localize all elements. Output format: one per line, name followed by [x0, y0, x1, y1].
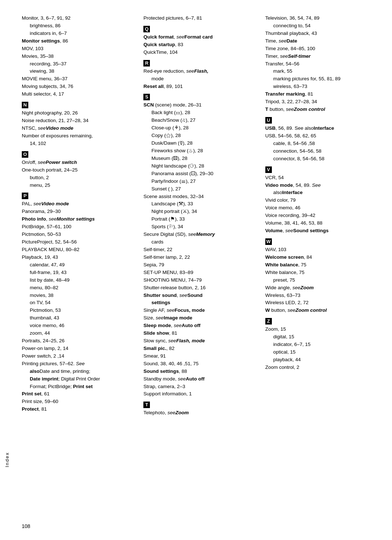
- entry-wireless-63: wireless, 63–73: [265, 83, 374, 90]
- section-o: O: [22, 149, 130, 159]
- entry-transfer-marking: Transfer marking, 81: [265, 90, 374, 98]
- entry-pictureproject: PictureProject, 52, 54–56: [22, 238, 130, 246]
- entry-vcr: VCR, 54: [265, 174, 374, 182]
- entry-slide-show: Slide show, 81: [143, 330, 252, 337]
- entry-standby: Standby mode, seeAuto off: [143, 375, 252, 383]
- entry-marking-pictures: marking pictures for, 55, 81, 89: [265, 75, 374, 83]
- entry-fireworks-show: Fireworks show (♨), 28: [143, 147, 252, 155]
- entry-video-mode: Video mode, 54, 89. See: [265, 182, 374, 189]
- entry-vivid-color: Vivid color, 79: [265, 197, 374, 204]
- entry-voice-memo-46: Voice memo, 46: [265, 204, 374, 212]
- entry-voice-recording: Voice recording, 39–42: [265, 212, 374, 219]
- entry-shooting-menu: SHOOTING MENU, 74–79: [143, 277, 252, 284]
- section-w: W: [265, 237, 374, 246]
- entry-sunset: Sunset ( ), 27: [143, 185, 252, 193]
- entry-on-tv: on TV, 54: [22, 299, 130, 307]
- entry-ntsc: NTSC, seeVideo mode: [22, 125, 130, 132]
- entry-size: Size, seeImage mode: [143, 314, 252, 322]
- entry-button-2: button, 2: [22, 174, 130, 182]
- entry-landscape: Landscape (⚒), 33: [143, 200, 252, 208]
- entry-strap: Strap, camera, 2–3: [143, 383, 252, 391]
- entry-also-interface: alsoInterface: [265, 189, 374, 197]
- entry-red-eye-mode: mode: [143, 75, 252, 83]
- entry-viewing: viewing, 38: [22, 68, 130, 75]
- entry-protect: Protect, 81: [22, 406, 130, 413]
- entry-back-light: Back light (⚏), 28: [143, 109, 252, 117]
- entry-timer: Timer, seeSelf-timer: [265, 53, 374, 60]
- entry-small-pic: Small pic., 82: [143, 345, 252, 352]
- entry-night-photography: Night photography, 20, 26: [22, 109, 130, 117]
- entry-connection: connection, 54–56, 58: [265, 148, 374, 155]
- entry-self-timer-lamp: Self-timer lamp, 2, 22: [143, 254, 252, 261]
- entry-white-balance-bold: White balance, 75: [265, 261, 374, 269]
- column-1: Monitor, 3, 6–7, 91, 92 brightness, 86 i…: [22, 15, 137, 417]
- entry-digital: digital, 15: [265, 333, 374, 341]
- entry-zoom: Zoom, 15: [265, 326, 374, 333]
- entry-power-switch: Power switch, 2 ,14: [22, 352, 130, 360]
- entry-shutter-sound: Shutter sound, seeSound: [143, 292, 252, 299]
- index-columns: Monitor, 3, 6–7, 91, 92 brightness, 86 i…: [22, 15, 374, 417]
- entry-brightness: brightness, 86: [22, 22, 130, 30]
- entry-indicator: indicator, 6–7, 15: [265, 341, 374, 348]
- entry-mark: mark, 55: [265, 68, 374, 75]
- entry-set-up-menu: SET-UP MENU, 83–89: [143, 269, 252, 277]
- entry-pal: PAL, seeVideo mode: [22, 200, 130, 208]
- entry-zoom-44: zoom, 44: [22, 330, 130, 337]
- entry-photo-info: Photo info, seeMonitor settings: [22, 215, 130, 223]
- entry-sound: Sound, 38, 40, 46 ,51, 75: [143, 360, 252, 368]
- entry-monitor-settings: Monitor settings, 86: [22, 37, 130, 45]
- section-s: S: [143, 92, 252, 101]
- entry-white-balance: White balance, 75: [265, 269, 374, 277]
- entry-print-size: Print size, 59–60: [22, 398, 130, 406]
- entry-playback: Playback, 19, 43: [22, 254, 130, 261]
- entry-protected-pictures: Protected pictures, 6–7, 81: [143, 15, 252, 22]
- entry-support: Support information, 1: [143, 390, 252, 398]
- entry-welcome-screen: Welcome screen, 84: [265, 254, 374, 261]
- entry-zoom-control: Zoom control, 2: [265, 364, 374, 371]
- entry-pictbridge: PictBridge, 57–61, 100: [22, 223, 130, 231]
- column-2: Protected pictures, 6–7, 81 Q Quick form…: [137, 15, 258, 417]
- entry-w-button: W button, seeZoom control: [265, 307, 374, 314]
- entry-calendar: calendar, 47, 49: [22, 261, 130, 269]
- page: Monitor, 3, 6–7, 91, 92 brightness, 86 i…: [0, 0, 392, 540]
- entry-quick-format: Quick format, seeFormat card: [143, 33, 252, 41]
- entry-date-imprint: Date imprint; Digital Print Order: [22, 375, 130, 383]
- entry-one-touch-portrait: One-touch portrait, 24–25: [22, 166, 130, 174]
- entry-connector: connector, 8, 54–56, 58: [265, 155, 374, 163]
- entry-night-portrait: Night portrait (⚔), 34: [143, 208, 252, 215]
- entry-sports: Sports (⚐), 34: [143, 223, 252, 231]
- page-number: 108: [22, 523, 30, 529]
- entry-secure-digital: Secure Digital (SD), seeMemory: [143, 231, 252, 238]
- entry-shutter-release: Shutter-release button, 2, 16: [143, 284, 252, 292]
- entry-pictmotion: Pictmotion, 50–53: [22, 231, 130, 238]
- entry-sepia: Sepia, 79: [143, 261, 252, 269]
- section-r: R: [143, 58, 252, 68]
- section-u: U: [265, 115, 374, 125]
- entry-wav: WAV, 103: [265, 246, 374, 254]
- entry-list-by-date: list by date, 48–49: [22, 277, 130, 284]
- entry-voice-memo: voice memo, 46: [22, 322, 130, 330]
- entry-movie-menu: MOVIE menu, 36–37: [22, 75, 130, 83]
- entry-mov: MOV, 103: [22, 45, 130, 53]
- section-v: V: [265, 165, 374, 174]
- entry-number-exposures-2: 14, 102: [22, 140, 130, 148]
- entry-panorama: Panorama, 29–30: [22, 208, 130, 215]
- entry-reset-all: Reset all, 89, 101: [143, 83, 252, 90]
- entry-print-set: Print set, 61: [22, 390, 130, 398]
- entry-wireless-led: Wireless LED, 2, 72: [265, 299, 374, 307]
- entry-night-landscape: Night landscape (⚆), 28: [143, 162, 252, 170]
- entry-panorama-assist: Panorama assist (⚀), 29–30: [143, 170, 252, 178]
- entry-copy: Copy (⚝), 28: [143, 132, 252, 140]
- entry-monitor: Monitor, 3, 6–7, 91, 92: [22, 15, 130, 22]
- entry-tripod: Tripod, 3, 22, 27–28, 34: [265, 98, 374, 106]
- entry-shutter-sound-settings: settings: [143, 299, 252, 307]
- column-3: Television, 36, 54, 74, 89 connecting to…: [259, 15, 374, 417]
- entry-museum: Museum (⚄), 28: [143, 155, 252, 162]
- entry-slow-sync: Slow sync, seeFlash, mode: [143, 337, 252, 345]
- entry-indicators: indicators in, 6–7: [22, 30, 130, 37]
- entry-menu-25: menu, 25: [22, 182, 130, 189]
- entry-smear: Smear, 91: [143, 352, 252, 360]
- entry-volume: Volume, 38, 41, 46, 53, 88: [265, 219, 374, 227]
- entry-time: Time, seeDate: [265, 37, 374, 45]
- entry-wide-angle: Wide angle, seeZoom: [265, 284, 374, 292]
